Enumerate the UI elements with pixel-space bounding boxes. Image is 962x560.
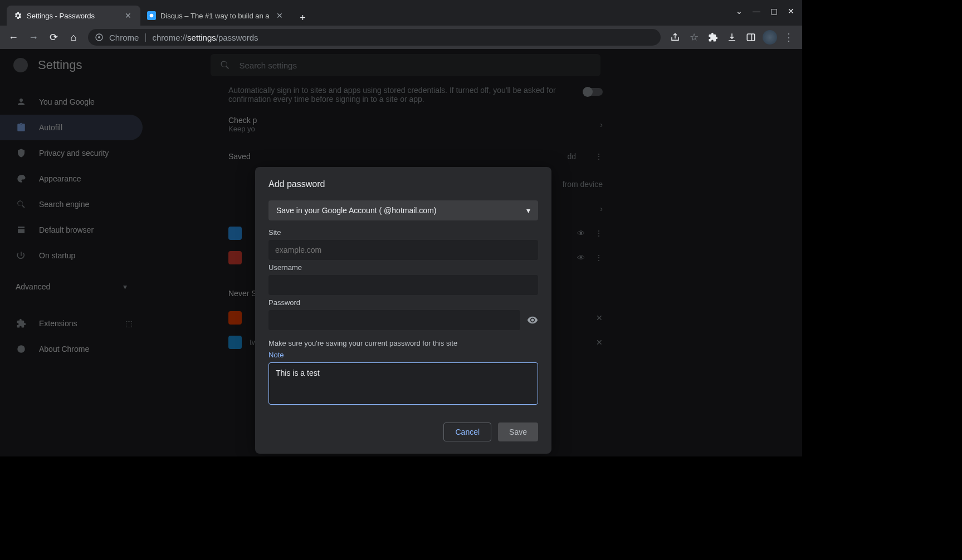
new-tab-button[interactable]: + <box>295 10 311 26</box>
add-button-partial[interactable]: dd <box>557 149 586 164</box>
saved-heading: Saved <box>228 152 251 161</box>
forward-button[interactable]: → <box>25 28 42 46</box>
sidebar-item-extensions[interactable]: Extensions ⬚ <box>0 311 143 336</box>
search-icon <box>16 199 27 210</box>
account-email: @hotmail.com) <box>384 206 436 215</box>
sidebar: You and Google Autofill Privacy and secu… <box>0 81 148 362</box>
username-input[interactable] <box>268 275 538 295</box>
downloads-icon[interactable] <box>723 28 741 46</box>
auto-signin-text: Automatically sign in to sites and apps … <box>228 86 561 104</box>
sidebar-item-privacy[interactable]: Privacy and security <box>0 140 143 166</box>
account-prefix: Save in your Google Account ( <box>276 206 382 215</box>
save-button[interactable]: Save <box>498 423 538 441</box>
favicon <box>228 251 242 264</box>
sidepanel-icon[interactable] <box>742 28 760 46</box>
check-sub: Keep yo <box>228 125 257 133</box>
eye-icon[interactable]: 👁 <box>577 229 585 238</box>
remove-icon[interactable]: ✕ <box>596 313 603 322</box>
profile-avatar[interactable] <box>761 28 779 46</box>
clipboard-icon <box>16 122 27 133</box>
shield-icon <box>16 148 27 159</box>
sidebar-item-label: On startup <box>39 251 75 260</box>
person-icon <box>16 96 27 107</box>
close-icon[interactable]: ✕ <box>788 7 794 16</box>
save-account-select[interactable]: Save in your Google Account ( @hotmail.c… <box>268 200 538 220</box>
chrome-logo-icon <box>13 58 28 72</box>
favicon <box>228 311 242 325</box>
chevron-right-icon: › <box>600 204 603 213</box>
chrome-icon <box>16 343 27 355</box>
sidebar-item-label: Autofill <box>39 123 62 132</box>
sidebar-item-label: Default browser <box>39 225 94 234</box>
sidebar-item-about[interactable]: About Chrome <box>0 336 143 362</box>
password-helper: Make sure you're saving your current pas… <box>268 339 538 347</box>
svg-point-6 <box>17 345 25 353</box>
menu-icon[interactable]: ⋮ <box>780 28 798 46</box>
password-label: Password <box>268 298 538 307</box>
twitter-icon <box>228 336 242 349</box>
omnibox-product: Chrome <box>109 33 139 42</box>
omnibox-separator: | <box>144 32 147 42</box>
extensions-icon[interactable] <box>704 28 722 46</box>
tab-close-icon[interactable]: ✕ <box>274 11 285 20</box>
page-title: Settings <box>38 58 82 72</box>
maximize-icon[interactable]: ▢ <box>770 7 778 16</box>
sidebar-item-label: Appearance <box>39 174 81 183</box>
reload-button[interactable]: ⟳ <box>45 28 62 46</box>
sidebar-item-label: Extensions <box>39 319 77 328</box>
show-password-icon[interactable] <box>527 315 538 326</box>
sidebar-item-label: Search engine <box>39 200 89 209</box>
chevron-down-icon: ▾ <box>123 282 127 291</box>
cancel-button[interactable]: Cancel <box>443 423 491 441</box>
sidebar-item-appearance[interactable]: Appearance <box>0 166 143 191</box>
sidebar-item-label: Privacy and security <box>39 149 109 158</box>
favicon <box>228 227 242 240</box>
search-settings-input[interactable]: Search settings <box>211 54 600 76</box>
note-label: Note <box>268 351 538 359</box>
sidebar-item-search-engine[interactable]: Search engine <box>0 191 143 217</box>
dialog-actions: Cancel Save <box>268 423 538 441</box>
dialog-title: Add password <box>268 179 538 189</box>
sidebar-item-label: About Chrome <box>39 345 89 353</box>
site-input[interactable] <box>268 240 538 260</box>
from-device-label[interactable]: from device <box>563 180 603 189</box>
sidebar-item-advanced[interactable]: Advanced ▾ <box>0 274 143 299</box>
search-icon <box>219 60 231 71</box>
tab-disqus[interactable]: Disqus – The #1 way to build an a ✕ <box>140 6 292 26</box>
home-button[interactable]: ⌂ <box>65 28 82 46</box>
check-passwords-row[interactable]: Check p Keep yo › <box>221 108 611 141</box>
site-label: Site <box>268 228 538 237</box>
more-icon[interactable]: ⋮ <box>595 152 603 161</box>
sidebar-item-on-startup[interactable]: On startup <box>0 243 143 268</box>
share-icon[interactable] <box>666 28 684 46</box>
svg-rect-4 <box>747 34 755 41</box>
disqus-icon <box>147 11 156 20</box>
tab-settings-passwords[interactable]: Settings - Passwords ✕ <box>7 6 140 26</box>
chevron-down-icon[interactable]: ⌄ <box>736 7 743 16</box>
tab-title: Disqus – The #1 way to build an a <box>160 12 270 20</box>
more-icon[interactable]: ⋮ <box>595 229 603 238</box>
omnibox-url: chrome://settings/passwords <box>153 33 258 42</box>
omnibox[interactable]: Chrome | chrome://settings/passwords <box>88 29 661 46</box>
sidebar-item-default-browser[interactable]: Default browser <box>0 217 143 243</box>
dropdown-icon: ▾ <box>526 206 530 215</box>
content-area: Settings Search settings You and Google … <box>0 49 802 456</box>
more-icon[interactable]: ⋮ <box>595 253 603 262</box>
auto-signin-toggle[interactable] <box>584 88 603 96</box>
password-input[interactable] <box>268 310 520 330</box>
sidebar-item-autofill[interactable]: Autofill <box>0 115 143 140</box>
chrome-icon <box>95 33 104 42</box>
eye-icon[interactable]: 👁 <box>577 253 585 262</box>
svg-point-3 <box>98 36 100 38</box>
remove-icon[interactable]: ✕ <box>596 338 603 347</box>
note-input[interactable] <box>268 362 538 405</box>
back-button[interactable]: ← <box>4 28 22 46</box>
sidebar-item-you-and-google[interactable]: You and Google <box>0 89 143 115</box>
chevron-right-icon: › <box>600 120 603 129</box>
external-link-icon: ⬚ <box>125 319 133 328</box>
bookmark-icon[interactable]: ☆ <box>685 28 703 46</box>
tab-close-icon[interactable]: ✕ <box>123 11 134 20</box>
toolbar: ← → ⟳ ⌂ Chrome | chrome://settings/passw… <box>0 26 802 49</box>
never-heading: Never S <box>228 289 257 298</box>
minimize-icon[interactable]: ― <box>753 7 760 16</box>
